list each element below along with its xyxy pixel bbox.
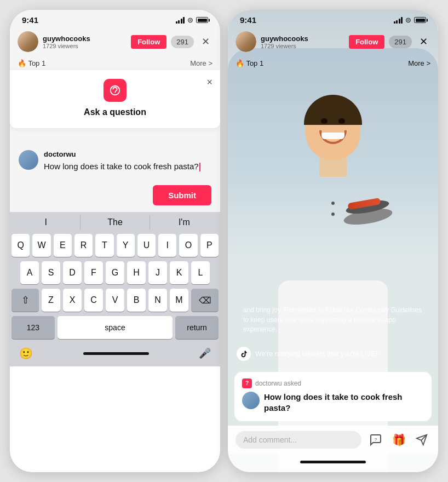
key-j[interactable]: J xyxy=(148,261,167,284)
username-block-left: guywhocooks 1729 viewers xyxy=(43,35,127,49)
username-block-right: guywhocooks 1729 viewers xyxy=(261,35,344,49)
avatar-left xyxy=(18,31,38,52)
avatar-right xyxy=(236,31,256,52)
wifi-icon-right: ⊜ xyxy=(405,16,411,24)
asked-by-label: doctorwu asked xyxy=(255,380,301,387)
modal-title: Ask a question xyxy=(19,107,211,117)
status-bar-left: 9:41 ⊜ xyxy=(10,10,220,27)
key-x[interactable]: X xyxy=(63,289,82,312)
status-icons-right: ⊜ xyxy=(394,16,427,24)
key-123[interactable]: 123 xyxy=(12,316,55,339)
key-l[interactable]: L xyxy=(191,261,210,284)
comment-bar: Add comment... ? 🎁 xyxy=(228,426,438,454)
question-text-input[interactable]: How long does it take to cook fresh past… xyxy=(44,160,211,172)
phone-left: 9:41 ⊜ gu xyxy=(10,10,220,472)
signal-icon xyxy=(176,17,185,24)
question-action-button[interactable]: ? xyxy=(367,431,384,449)
key-t[interactable]: T xyxy=(95,234,113,257)
key-o[interactable]: O xyxy=(179,234,197,257)
card-question-text: How long does it take to cook fresh past… xyxy=(264,392,424,414)
status-time-left: 9:41 xyxy=(22,15,38,25)
gift-button[interactable]: 🎁 xyxy=(390,431,407,449)
keyboard-row-3: ⇧ Z X C V B N M ⌫ xyxy=(12,289,219,312)
keyboard-suggestions: I The I'm xyxy=(12,215,219,229)
follow-button-right[interactable]: Follow xyxy=(349,35,384,49)
microphone-button[interactable]: 🎤 xyxy=(199,347,211,359)
key-g[interactable]: G xyxy=(106,261,124,284)
home-indicator-right xyxy=(300,461,366,463)
key-q[interactable]: Q xyxy=(12,234,30,257)
follow-button-left[interactable]: Follow xyxy=(131,35,166,49)
more-link-right[interactable]: More > xyxy=(408,59,430,67)
q-card-icon: ? xyxy=(242,378,252,388)
key-return[interactable]: return xyxy=(175,316,219,339)
key-k[interactable]: K xyxy=(170,261,188,284)
comment-input[interactable]: Add comment... xyxy=(236,431,361,449)
phone-right: 9:41 ⊜ xyxy=(228,10,438,472)
gift-icon: 🎁 xyxy=(392,433,406,446)
label-bar-left: 🔥 Top 1 More > xyxy=(10,56,220,70)
username-right: guywhocooks xyxy=(261,35,344,43)
key-u[interactable]: U xyxy=(137,234,156,257)
question-input-block: doctorwu How long does it take to cook f… xyxy=(44,150,211,172)
more-link-left[interactable]: More > xyxy=(190,59,212,67)
submit-button[interactable]: Submit xyxy=(153,185,211,205)
key-m[interactable]: M xyxy=(170,289,188,312)
key-c[interactable]: C xyxy=(84,289,103,312)
viewers-left: 1729 viewers xyxy=(43,43,127,49)
keyboard: I The I'm Q W E R T Y U I O P A S D xyxy=(10,212,220,366)
viewer-count-right: 291 xyxy=(389,36,412,48)
keyboard-row-1: Q W E R T Y U I O P xyxy=(12,234,219,257)
svg-text:?: ? xyxy=(375,437,377,442)
top-badge-right: 🔥 Top 1 xyxy=(236,59,263,67)
live-video-spacer xyxy=(228,70,438,300)
share-button[interactable] xyxy=(413,431,430,449)
top-bar-right: guywhocooks 1729 viewers Follow 291 ✕ xyxy=(228,27,438,56)
signal-icon-right xyxy=(394,17,403,24)
status-bar-right: 9:41 ⊜ xyxy=(228,10,438,27)
modal-close-button[interactable]: × xyxy=(206,77,212,88)
question-input-area: doctorwu How long does it take to cook f… xyxy=(10,141,220,181)
question-mark-icon xyxy=(109,84,121,96)
community-notice: and bring joy. Remember to follow our Co… xyxy=(234,300,432,340)
key-v[interactable]: V xyxy=(106,289,124,312)
suggestion-the[interactable]: The xyxy=(81,215,150,229)
key-e[interactable]: E xyxy=(54,234,72,257)
key-backspace[interactable]: ⌫ xyxy=(191,289,219,312)
key-d[interactable]: D xyxy=(63,261,82,284)
right-overlay: 9:41 ⊜ xyxy=(228,10,438,472)
emoji-button[interactable]: 🙂 xyxy=(19,347,33,360)
key-a[interactable]: A xyxy=(20,261,39,284)
battery-icon-right xyxy=(414,17,426,23)
key-p[interactable]: P xyxy=(200,234,219,257)
battery-icon xyxy=(196,17,208,23)
share-icon xyxy=(416,434,428,446)
suggestion-i[interactable]: I xyxy=(12,215,81,229)
question-modal-icon xyxy=(104,79,127,102)
status-icons-left: ⊜ xyxy=(176,16,209,24)
question-card-body: How long does it take to cook fresh past… xyxy=(242,392,424,414)
key-h[interactable]: H xyxy=(127,261,146,284)
viewers-right: 1729 viewers xyxy=(261,43,344,49)
key-w[interactable]: W xyxy=(32,234,50,257)
top-badge-left: 🔥 Top 1 xyxy=(18,59,45,67)
key-n[interactable]: N xyxy=(148,289,167,312)
live-notice: We're notifying viewers that you're LIVE… xyxy=(228,342,438,365)
community-text: and bring joy. Remember to follow our Co… xyxy=(243,306,423,334)
key-shift[interactable]: ⇧ xyxy=(12,289,39,312)
home-indicator xyxy=(83,352,149,355)
key-space[interactable]: space xyxy=(58,316,173,339)
key-s[interactable]: S xyxy=(42,261,60,284)
key-y[interactable]: Y xyxy=(117,234,135,257)
close-button-right[interactable]: ✕ xyxy=(416,35,430,49)
close-button-left[interactable]: ✕ xyxy=(198,35,212,49)
card-avatar xyxy=(242,392,260,409)
suggestion-im[interactable]: I'm xyxy=(150,215,219,229)
key-i[interactable]: I xyxy=(158,234,176,257)
question-card: ? doctorwu asked How long does it take t… xyxy=(234,372,432,422)
key-r[interactable]: R xyxy=(74,234,93,257)
key-b[interactable]: B xyxy=(127,289,146,312)
key-f[interactable]: F xyxy=(84,261,103,284)
username-left: guywhocooks xyxy=(43,35,127,43)
key-z[interactable]: Z xyxy=(42,289,60,312)
